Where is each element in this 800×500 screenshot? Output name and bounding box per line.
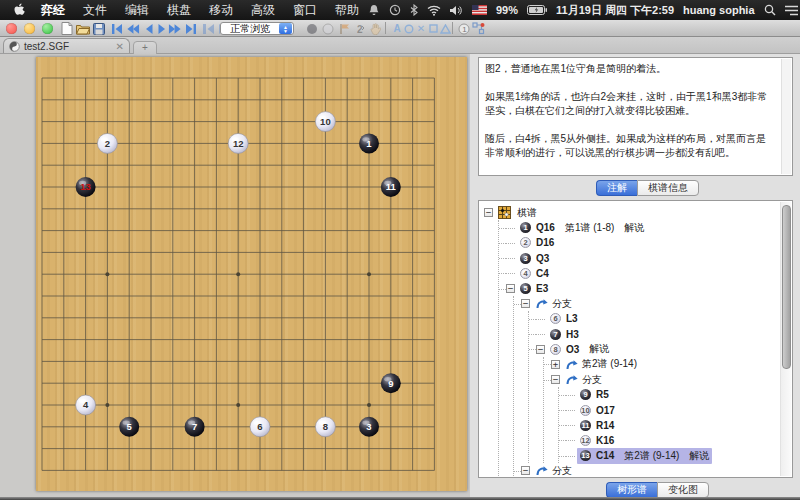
collapse-icon[interactable]: −	[521, 466, 530, 475]
branch-icon	[565, 359, 578, 370]
window-close-button[interactable]	[6, 23, 17, 34]
tree-node[interactable]: 6L3	[529, 311, 780, 326]
tree-node[interactable]: 11R14	[559, 418, 780, 433]
window-minimize-button[interactable]	[24, 23, 35, 34]
collapse-icon[interactable]: −	[536, 345, 545, 354]
menu-help[interactable]: 帮助	[326, 2, 368, 19]
show-variations-toggle[interactable]	[471, 22, 485, 35]
tree-node[interactable]: −分支	[544, 372, 780, 387]
nav-forward-button[interactable]	[155, 22, 169, 35]
tree-node[interactable]: −8O3解说	[529, 342, 780, 357]
tree-node-content[interactable]: 7H3	[547, 328, 582, 341]
tree-connector	[536, 318, 545, 320]
tree-node[interactable]: 10O17	[559, 402, 780, 417]
collapse-icon[interactable]: −	[484, 208, 493, 217]
menu-board[interactable]: 棋盘	[158, 2, 200, 19]
window-zoom-button[interactable]	[42, 23, 53, 34]
tree-node-content[interactable]: 分支	[562, 372, 605, 388]
tree-node-content[interactable]: 分支	[532, 463, 575, 477]
tree-node-content[interactable]: 3Q3	[517, 252, 552, 265]
hand-tool-icon[interactable]	[368, 22, 382, 35]
wifi-icon[interactable]	[427, 5, 441, 16]
menu-bar-clock[interactable]: 11月19日 周四 下午2:59	[556, 3, 674, 18]
tree-node-content[interactable]: 10O17	[577, 404, 618, 417]
tree-node-selected-content[interactable]: 13C14第2谱 (9-14) 解说	[577, 448, 712, 464]
tab-variation-view[interactable]: 变化图	[657, 482, 709, 498]
go-board[interactable]: 12345678910111213	[36, 57, 467, 491]
flag-tool-icon[interactable]	[337, 22, 351, 35]
tree-connector	[559, 394, 566, 396]
tree-node[interactable]: 3Q3	[499, 251, 780, 266]
tree-node[interactable]: 4C4	[499, 266, 780, 281]
menu-move[interactable]: 移动	[200, 2, 242, 19]
menu-window[interactable]: 窗口	[284, 2, 326, 19]
tab-close-icon[interactable]: ✕	[116, 41, 124, 52]
input-language-flag-icon[interactable]	[472, 5, 487, 15]
tab-game-info[interactable]: 棋谱信息	[637, 180, 699, 196]
black-stone-icon: 1	[520, 222, 531, 233]
apple-menu-icon[interactable]	[8, 3, 32, 17]
tree-node-content[interactable]: 第2谱 (9-14)	[562, 356, 640, 372]
prev-branch-button[interactable]	[202, 22, 216, 35]
tree-node-content[interactable]: 6L3	[547, 312, 581, 325]
svg-text:10: 10	[320, 116, 331, 127]
menu-edit[interactable]: 编辑	[116, 2, 158, 19]
white-stone-tool-icon[interactable]	[321, 22, 335, 35]
view-mode-dropdown[interactable]: 正常浏览 ▲▼	[220, 22, 294, 35]
tree-node-content[interactable]: 12K16	[577, 434, 617, 447]
nav-fast-forward-button[interactable]	[168, 22, 182, 35]
notification-center-icon[interactable]	[785, 5, 798, 16]
tab-test2-sgf[interactable]: test2.SGF ✕	[3, 38, 130, 53]
nav-back-button[interactable]	[142, 22, 156, 35]
collapse-icon[interactable]: −	[551, 375, 560, 384]
tab-annotation[interactable]: 注解	[596, 180, 637, 196]
tree-node[interactable]: +第2谱 (9-14)	[544, 357, 780, 372]
new-file-button[interactable]	[60, 22, 74, 35]
spotlight-search-icon[interactable]	[764, 4, 776, 16]
nav-last-move-button[interactable]	[184, 22, 198, 35]
collapse-icon[interactable]: −	[506, 284, 515, 293]
tree-node-content[interactable]: 5E3	[517, 282, 551, 295]
notification-bell-icon[interactable]	[368, 4, 380, 16]
tree-node-content[interactable]: 分支	[532, 296, 575, 312]
new-tab-button[interactable]: +	[133, 41, 157, 55]
tree-node-content[interactable]: 9R5	[577, 388, 612, 401]
tree-node-content[interactable]: 4C4	[517, 267, 552, 280]
tab-tree-view[interactable]: 树形谱	[606, 482, 657, 498]
menu-file[interactable]: 文件	[74, 2, 116, 19]
tree-node-root[interactable]: −棋谱	[484, 205, 780, 220]
bluetooth-icon[interactable]	[410, 4, 418, 16]
menu-advanced[interactable]: 高级	[242, 2, 284, 19]
black-stone-tool-icon[interactable]	[305, 22, 319, 35]
tree-node-content[interactable]: 1Q16第1谱 (1-8) 解说	[517, 220, 647, 236]
show-move-numbers-toggle[interactable]: 1	[457, 22, 471, 35]
tree-node-content[interactable]: 2D16	[517, 236, 557, 249]
tree-node-content[interactable]: 棋谱	[495, 205, 540, 221]
tree-node[interactable]: −5E3	[499, 281, 780, 296]
time-machine-icon[interactable]	[389, 4, 401, 16]
save-button[interactable]	[92, 22, 106, 35]
tree-node-content[interactable]: 11R14	[577, 419, 617, 432]
tree-node[interactable]: 12K16	[559, 433, 780, 448]
collapse-icon[interactable]: −	[521, 299, 530, 308]
user-menu[interactable]: huang sophia	[683, 4, 755, 16]
nav-fast-back-button[interactable]	[126, 22, 140, 35]
menu-app[interactable]: 弈经	[32, 2, 74, 19]
tree-node[interactable]: 2D16	[499, 235, 780, 250]
nav-first-move-button[interactable]	[110, 22, 124, 35]
expand-icon[interactable]: +	[551, 360, 560, 369]
open-file-button[interactable]	[76, 22, 90, 35]
tree-node[interactable]: 9R5	[559, 387, 780, 402]
tree-node[interactable]: −分支	[514, 296, 780, 311]
volume-icon[interactable]	[450, 5, 463, 16]
triangle-mark-tool-icon[interactable]	[438, 22, 452, 35]
branch-label: 分支	[552, 464, 572, 477]
tree-scrollbar-thumb[interactable]	[782, 205, 791, 369]
tree-node[interactable]: −分支	[514, 463, 780, 477]
tree-node[interactable]: 1Q16第1谱 (1-8) 解说	[499, 220, 780, 235]
tree-node-content[interactable]: 8O3解说	[547, 341, 612, 357]
move-number-tool-icon[interactable]: 2	[352, 22, 366, 35]
tree-node[interactable]: 7H3	[529, 327, 780, 342]
commentary-scrollbar[interactable]	[781, 59, 791, 174]
tree-node[interactable]: 13C14第2谱 (9-14) 解说	[559, 448, 780, 463]
